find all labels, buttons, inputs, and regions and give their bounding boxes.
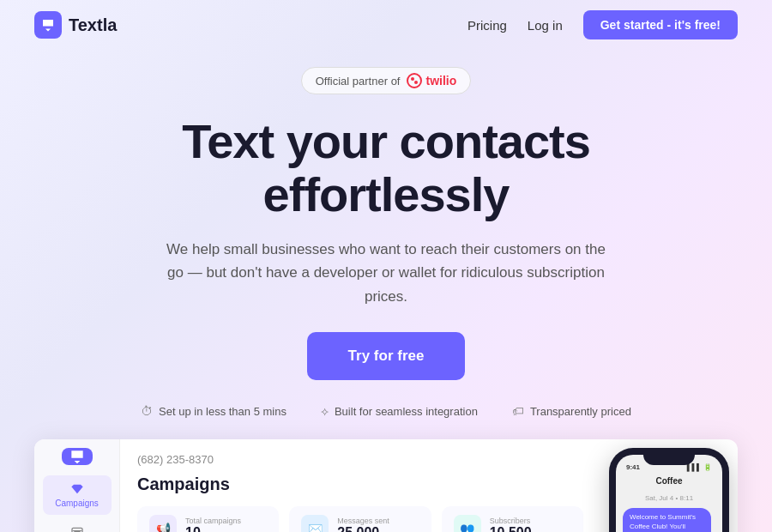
phone-mockup: 9:41 ▌▌▌ 🔋 Coffee Sat, Jul 4 • 8:11 Welc… <box>600 439 738 532</box>
phone-date: Sat, Jul 4 • 8:11 <box>623 494 715 502</box>
stat-subscribers-label: Subscribers <box>490 517 532 525</box>
partner-prefix: Official partner of <box>316 75 401 88</box>
feature-setup-label: Set up in less than 5 mins <box>159 405 286 418</box>
twilio-logo: twilio <box>407 73 456 88</box>
stat-messages-sent: ✉️ Messages sent 25,000 <box>289 506 431 532</box>
phone-number: (682) 235-8370 <box>137 453 583 466</box>
main-nav: Pricing Log in Get started - it's free! <box>467 10 738 39</box>
stat-subscribers-info: Subscribers 10,500 <box>490 517 532 532</box>
feature-integration: ⟡ Built for seamless integration <box>321 404 478 419</box>
logo-icon <box>34 11 62 39</box>
sidebar-item-inbox[interactable]: Inbox <box>43 518 112 532</box>
phone-chat: Sat, Jul 4 • 8:11 Welcome to Summit's Co… <box>616 489 722 532</box>
header: Textla Pricing Log in Get started - it's… <box>0 0 772 50</box>
stat-messages-value: 25,000 <box>337 525 389 532</box>
messages-stat-icon: ✉️ <box>301 515 329 532</box>
subscribers-stat-icon: 👥 <box>454 515 481 532</box>
stat-campaigns-value: 10 <box>185 525 241 532</box>
stat-campaigns-label: Total campaigns <box>185 517 241 525</box>
feature-setup: ⏱ Set up in less than 5 mins <box>141 404 286 419</box>
hero-title-line2: effortlessly <box>263 167 510 221</box>
nav-pricing[interactable]: Pricing <box>467 18 507 33</box>
phone-notch <box>643 455 695 465</box>
stat-total-campaigns: 📢 Total campaigns 10 <box>137 506 279 532</box>
campaigns-title: Campaigns <box>137 475 583 494</box>
nav-login[interactable]: Log in <box>528 18 563 33</box>
logo: Textla <box>34 11 117 39</box>
twilio-circle-icon <box>407 73 422 88</box>
clock-icon: ⏱ <box>141 404 153 418</box>
chat-message-1: Welcome to Summit's Coffee Club! You'll … <box>623 508 711 532</box>
hero-section: Official partner of twilio Text your con… <box>0 50 772 419</box>
feature-pricing: 🏷 Transparently priced <box>512 404 631 419</box>
hero-title: Text your contacts effortlessly <box>34 115 738 221</box>
feature-pricing-label: Transparently priced <box>530 405 631 418</box>
stat-subscribers-value: 10,500 <box>490 525 532 532</box>
dash-logo-icon <box>62 448 93 465</box>
partner-name: twilio <box>425 74 456 88</box>
dashboard-preview: Campaigns Inbox Contacts Messages Keywor… <box>34 439 738 532</box>
integration-icon: ⟡ <box>321 404 329 419</box>
dashboard-sidebar: Campaigns Inbox Contacts Messages Keywor… <box>34 439 120 532</box>
hero-title-line1: Text your contacts <box>182 114 590 168</box>
logo-text: Textla <box>69 15 117 35</box>
hero-subtitle: We help small businesses who want to rea… <box>163 238 609 308</box>
features-row: ⏱ Set up in less than 5 mins ⟡ Built for… <box>34 404 738 419</box>
partner-badge: Official partner of twilio <box>301 67 472 94</box>
feature-integration-label: Built for seamless integration <box>335 405 478 418</box>
hero-cta-button[interactable]: Try for free <box>307 332 466 380</box>
tag-icon: 🏷 <box>512 404 524 418</box>
phone-outer: 9:41 ▌▌▌ 🔋 Coffee Sat, Jul 4 • 8:11 Welc… <box>609 448 729 532</box>
sidebar-item-campaigns[interactable]: Campaigns <box>43 475 112 515</box>
nav-cta-button[interactable]: Get started - it's free! <box>583 10 738 39</box>
phone-time: 9:41 <box>626 463 640 471</box>
stat-messages-info: Messages sent 25,000 <box>337 517 389 532</box>
stat-campaigns-info: Total campaigns 10 <box>185 517 241 532</box>
dashboard-main: (682) 235-8370 Campaigns 📢 Total campaig… <box>120 439 600 532</box>
stats-row: 📢 Total campaigns 10 ✉️ Messages sent 25… <box>137 506 583 532</box>
campaigns-stat-icon: 📢 <box>149 515 177 532</box>
phone-chat-name: Coffee <box>616 475 722 489</box>
sidebar-campaigns-label: Campaigns <box>55 499 99 508</box>
phone-signal-icon: ▌▌▌ 🔋 <box>687 463 712 471</box>
phone-screen: 9:41 ▌▌▌ 🔋 Coffee Sat, Jul 4 • 8:11 Welc… <box>616 455 722 532</box>
stat-subscribers: 👥 Subscribers 10,500 <box>442 506 583 532</box>
stat-messages-label: Messages sent <box>337 517 389 525</box>
